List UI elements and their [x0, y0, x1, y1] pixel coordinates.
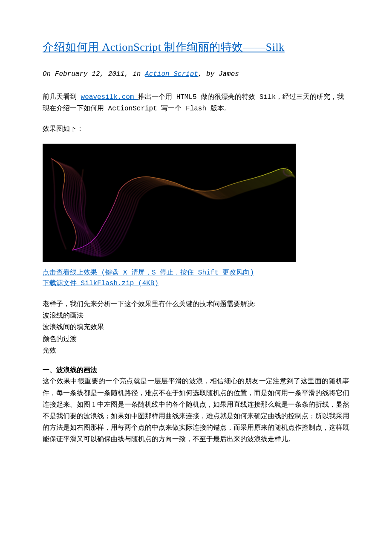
section-1: 一、波浪线的画法 这个效果中很重要的一个亮点就是一层层平滑的波浪，相信细心的朋友… [43, 364, 349, 445]
section-1-body: 这个效果中很重要的一个亮点就是一层层平滑的波浪，相信细心的朋友一定注意到了这里面… [43, 375, 349, 445]
list-item: 颜色的过渡 [43, 333, 349, 344]
download-source-link[interactable]: 下载源文件 SilkFlash.zip (4KB) [43, 278, 349, 289]
category-link[interactable]: Action Script [145, 70, 198, 78]
resource-links: 点击查看线上效果 (键盘 X 清屏，S 停止，按住 Shift 更改风向) 下载… [43, 268, 349, 289]
section-1-heading: 一、波浪线的画法 [43, 364, 349, 376]
silk-svg [43, 144, 296, 262]
meta-prefix: On February 12, 2011, in [43, 70, 145, 78]
meta-suffix: , by James [198, 70, 239, 78]
list-item: 波浪线的画法 [43, 309, 349, 321]
list-item: 波浪线间的填充效果 [43, 321, 349, 332]
online-demo-link[interactable]: 点击查看线上效果 (键盘 X 清屏，S 停止，按住 Shift 更改风向) [43, 268, 349, 279]
analysis-intro: 老样子，我们先来分析一下这个效果里有什么关键的技术问题需要解决: [43, 298, 349, 309]
silk-effect-figure [43, 144, 296, 262]
article-meta: On February 12, 2011, in Action Script, … [43, 69, 349, 80]
article-title: 介绍如何用 ActionScript 制作绚丽的特效——Silk [43, 38, 349, 56]
intro-pre: 前几天看到 [43, 93, 81, 101]
weavesilk-link[interactable]: weavesilk.com [81, 93, 138, 101]
effect-label: 效果图如下： [43, 124, 349, 135]
analysis-block: 老样子，我们先来分析一下这个效果里有什么关键的技术问题需要解决: 波浪线的画法 … [43, 298, 349, 356]
list-item: 光效 [43, 344, 349, 356]
intro-paragraph: 前几天看到 weavesilk.com 推出一个用 HTML5 做的很漂亮的特效… [43, 92, 349, 115]
